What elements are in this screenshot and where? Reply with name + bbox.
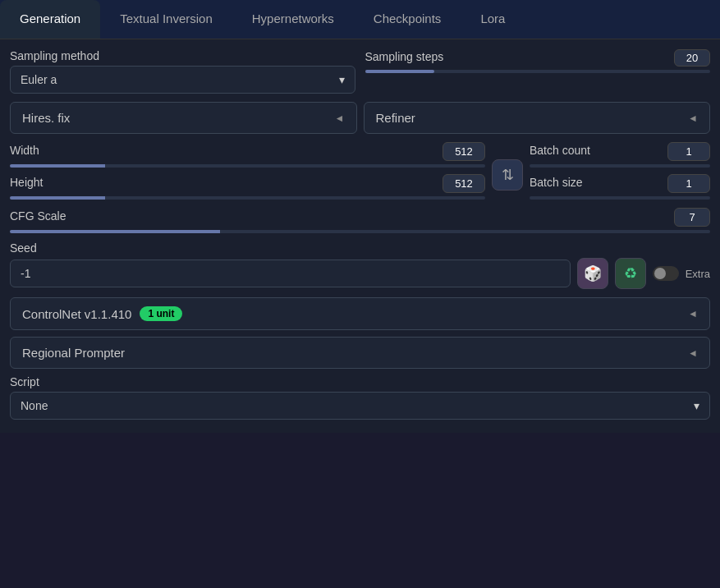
- seed-row: 🎲 ♻ Extra: [10, 258, 710, 289]
- hires-refiner-row: Hires. fix ◄ Refiner ◄: [10, 102, 710, 134]
- height-slider[interactable]: [10, 196, 485, 200]
- regional-prompter-panel: Regional Prompter ◄: [10, 337, 710, 369]
- script-chevron-icon: ▾: [694, 399, 699, 412]
- dice-icon: 🎲: [584, 264, 602, 283]
- sampling-steps-label: Sampling steps: [365, 50, 444, 63]
- seed-section: Seed 🎲 ♻ Extra: [10, 241, 710, 289]
- batch-size-slider[interactable]: [530, 196, 710, 200]
- tab-hypernetworks[interactable]: Hypernetworks: [232, 0, 354, 39]
- swap-container: ⇅: [492, 142, 523, 200]
- width-header: Width 512: [10, 142, 485, 161]
- script-section: Script None ▾: [10, 375, 710, 420]
- batch-count-header: Batch count 1: [530, 142, 710, 161]
- swap-icon: ⇅: [502, 166, 514, 184]
- tab-lora[interactable]: Lora: [461, 0, 525, 39]
- regional-arrow-icon: ◄: [688, 347, 698, 359]
- height-label: Height: [10, 176, 43, 189]
- dimensions-batch-row: Width 512 Height 512 ⇅ Batch count 1: [10, 142, 710, 200]
- sampling-method-label: Sampling method: [10, 49, 355, 62]
- regional-prompter-header[interactable]: Regional Prompter ◄: [11, 338, 709, 368]
- batch-size-header: Batch size 1: [530, 174, 710, 193]
- cfg-value[interactable]: 7: [674, 208, 710, 227]
- tab-checkpoints[interactable]: Checkpoints: [354, 0, 461, 39]
- recycle-button[interactable]: ♻: [615, 258, 646, 289]
- tab-bar: Generation Textual Inversion Hypernetwor…: [0, 0, 720, 39]
- extra-toggle[interactable]: [653, 266, 679, 281]
- width-label: Width: [10, 144, 39, 157]
- refiner-arrow-icon: ◄: [688, 113, 698, 124]
- sampling-method-block: Sampling method Euler a ▾: [10, 49, 355, 94]
- main-content: Sampling method Euler a ▾ Sampling steps…: [0, 39, 720, 433]
- hires-fix-button[interactable]: Hires. fix ◄: [10, 102, 357, 134]
- extra-toggle-knob: [654, 268, 666, 279]
- extra-label: Extra: [686, 268, 710, 280]
- cfg-header: CFG Scale 7: [10, 208, 710, 227]
- controlnet-panel: ControlNet v1.1.410 1 unit ◄: [10, 297, 710, 330]
- cfg-section: CFG Scale 7: [10, 208, 710, 233]
- width-value[interactable]: 512: [443, 142, 485, 161]
- sampling-method-select[interactable]: Euler a ▾: [10, 66, 355, 94]
- controlnet-header[interactable]: ControlNet v1.1.410 1 unit ◄: [11, 298, 709, 329]
- recycle-icon: ♻: [624, 264, 637, 283]
- tab-generation[interactable]: Generation: [0, 0, 100, 39]
- seed-input[interactable]: [10, 260, 571, 287]
- cfg-slider[interactable]: [10, 230, 710, 233]
- seed-label: Seed: [10, 241, 710, 255]
- sampling-steps-slider[interactable]: [365, 70, 711, 73]
- dice-button[interactable]: 🎲: [577, 258, 608, 289]
- cfg-label: CFG Scale: [10, 209, 66, 223]
- sampling-row: Sampling method Euler a ▾ Sampling steps…: [10, 49, 710, 94]
- refiner-button[interactable]: Refiner ◄: [364, 102, 711, 134]
- controlnet-badge: 1 unit: [140, 306, 182, 321]
- height-value[interactable]: 512: [443, 174, 485, 193]
- swap-dimensions-button[interactable]: ⇅: [492, 159, 523, 191]
- height-header: Height 512: [10, 174, 485, 193]
- batch-block: Batch count 1 Batch size 1: [530, 142, 710, 200]
- script-select[interactable]: None ▾: [10, 392, 710, 420]
- batch-count-value[interactable]: 1: [667, 142, 710, 161]
- tab-textual-inversion[interactable]: Textual Inversion: [100, 0, 232, 39]
- script-value: None: [21, 399, 48, 412]
- controlnet-arrow-icon: ◄: [688, 308, 698, 319]
- batch-count-label: Batch count: [530, 144, 590, 157]
- script-label: Script: [10, 375, 710, 388]
- sampling-method-chevron: ▾: [339, 73, 345, 86]
- sampling-steps-block: Sampling steps 20: [365, 49, 711, 73]
- controlnet-label: ControlNet v1.1.410: [22, 307, 131, 321]
- batch-size-label: Batch size: [530, 176, 583, 189]
- regional-prompter-label: Regional Prompter: [22, 346, 125, 360]
- batch-size-value[interactable]: 1: [667, 174, 710, 193]
- dimensions-block: Width 512 Height 512: [10, 142, 485, 200]
- hires-arrow-icon: ◄: [335, 113, 345, 124]
- sampling-steps-value[interactable]: 20: [674, 49, 710, 67]
